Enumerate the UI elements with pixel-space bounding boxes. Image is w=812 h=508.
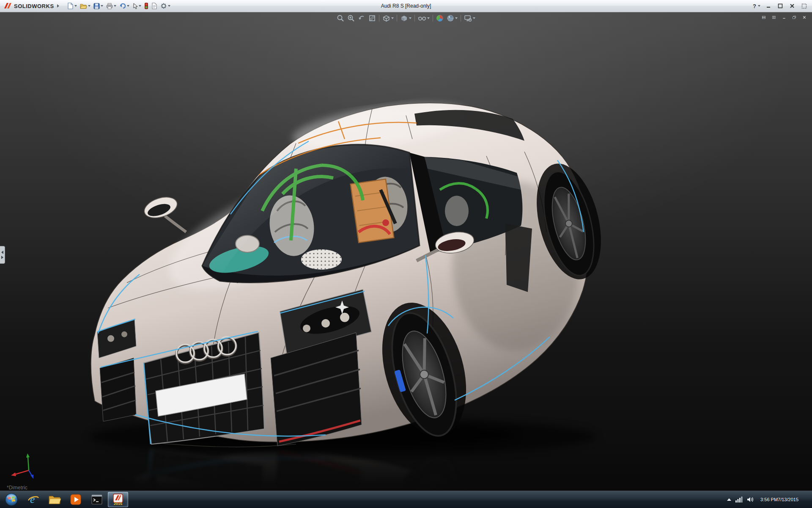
graphics-viewport[interactable]: *Dimetric <box>0 12 812 491</box>
file-properties-icon <box>151 3 157 9</box>
dropdown-caret-icon <box>114 5 116 7</box>
section-view-icon <box>368 14 376 22</box>
zoom-to-area-button[interactable] <box>346 13 356 23</box>
network-status-button[interactable] <box>735 496 743 503</box>
edit-appearance-button[interactable] <box>435 13 445 23</box>
hide-show-glasses-icon <box>418 15 426 22</box>
windows-start-orb-icon <box>5 493 18 506</box>
clock-date: 7/13/2015 <box>778 497 798 503</box>
headsup-view-toolbar <box>335 13 477 23</box>
tile-vertical-button[interactable] <box>770 14 778 21</box>
dropdown-caret-icon <box>409 17 411 19</box>
print-button[interactable] <box>105 1 118 11</box>
orientation-label: *Dimetric <box>7 485 27 491</box>
view-orientation-button[interactable] <box>381 13 395 23</box>
undo-button[interactable] <box>118 1 131 11</box>
volume-button[interactable] <box>746 496 754 503</box>
select-cursor-icon <box>132 3 138 9</box>
restore-icon <box>793 15 796 20</box>
close-button[interactable] <box>787 2 798 10</box>
new-document-icon <box>67 3 74 9</box>
dropdown-caret-icon <box>473 17 475 19</box>
collapse-left-arrow-icon <box>1 251 3 254</box>
previous-view-button[interactable] <box>357 13 367 23</box>
document-close-button[interactable] <box>800 14 809 21</box>
tile-horizontal-icon <box>762 15 765 20</box>
media-player-icon <box>70 494 82 505</box>
undo-icon <box>119 3 126 9</box>
dropdown-caret-icon <box>74 5 77 7</box>
display-style-icon <box>400 14 408 22</box>
view-settings-icon <box>464 14 472 22</box>
dropdown-caret-icon <box>427 17 430 19</box>
fullscreen-toggle-button[interactable] <box>798 2 809 10</box>
view-orientation-cube-icon <box>382 14 390 22</box>
zoom-to-fit-button[interactable] <box>335 13 346 23</box>
hidden-icons-button[interactable] <box>727 498 731 501</box>
taskbar-solidworks-button[interactable]: 2015 <box>108 492 128 507</box>
new-document-button[interactable] <box>66 1 78 11</box>
taskbar-internet-explorer-button[interactable]: e <box>23 492 44 507</box>
taskbar-command-prompt-button[interactable] <box>87 492 107 507</box>
minimize-icon <box>766 3 771 8</box>
window-controls: ? <box>751 2 812 10</box>
toolbar-separator <box>433 15 433 22</box>
rebuild-traffic-light-icon <box>144 3 148 9</box>
svg-text:e: e <box>30 493 35 505</box>
brand-label: SOLIDWORKS <box>14 3 54 9</box>
options-button[interactable] <box>159 1 172 11</box>
close-icon <box>803 15 806 20</box>
document-restore-button[interactable] <box>790 14 798 21</box>
taskbar-file-explorer-button[interactable] <box>44 492 65 507</box>
rebuild-button[interactable] <box>143 1 150 11</box>
audi-r8-model[interactable] <box>0 12 812 491</box>
dropdown-caret-icon <box>391 17 394 19</box>
speaker-icon <box>746 496 754 503</box>
document-minimize-button[interactable] <box>780 14 788 21</box>
taskbar-clock[interactable]: 3:56 PM 7/13/2015 <box>758 497 801 503</box>
minimize-icon <box>782 15 786 20</box>
internet-explorer-icon: e <box>27 493 40 506</box>
view-settings-button[interactable] <box>463 13 477 23</box>
open-button[interactable] <box>79 1 92 11</box>
select-button[interactable] <box>131 1 143 11</box>
dropdown-caret-icon <box>758 5 760 7</box>
help-button[interactable]: ? <box>751 2 762 10</box>
apply-scene-icon <box>447 14 454 22</box>
hide-show-items-button[interactable] <box>417 13 431 23</box>
save-icon <box>93 3 100 9</box>
solidworks-app-window: SOLIDWORKS <box>0 0 812 508</box>
minimize-button[interactable] <box>763 2 774 10</box>
solidworks-menu-button[interactable]: SOLIDWORKS <box>0 2 62 10</box>
orientation-triad <box>9 452 36 484</box>
folder-icon <box>48 494 61 505</box>
section-view-button[interactable] <box>367 13 377 23</box>
hidden-icons-caret-icon <box>727 498 731 501</box>
open-folder-icon <box>80 3 87 9</box>
clock-time: 3:56 PM <box>760 497 778 503</box>
menu-expand-chevron-icon[interactable] <box>57 4 59 8</box>
tile-horizontal-button[interactable] <box>760 14 768 21</box>
dropdown-caret-icon <box>168 5 170 7</box>
display-style-button[interactable] <box>399 13 413 23</box>
previous-view-icon <box>358 14 365 22</box>
options-gear-icon <box>160 3 167 9</box>
dropdown-caret-icon <box>127 5 129 7</box>
taskbar-media-player-button[interactable] <box>66 492 86 507</box>
dropdown-caret-icon <box>88 5 91 7</box>
solidworks-logo-icon <box>3 2 12 10</box>
dropdown-caret-icon <box>455 17 458 19</box>
dropdown-caret-icon <box>139 5 141 7</box>
quick-access-toolbar <box>66 1 172 11</box>
close-icon <box>790 3 795 8</box>
expand-right-arrow-icon <box>1 256 3 259</box>
document-window-controls <box>760 14 809 21</box>
window-title: Audi R8 S [Read-only] <box>381 3 431 9</box>
file-properties-button[interactable] <box>150 1 159 11</box>
save-button[interactable] <box>92 1 104 11</box>
start-button[interactable] <box>0 491 23 508</box>
maximize-button[interactable] <box>775 2 786 10</box>
featuremanager-collapse-tab[interactable] <box>0 246 5 264</box>
apply-scene-button[interactable] <box>445 13 459 23</box>
solidworks-version-badge: 2015 <box>114 502 122 506</box>
